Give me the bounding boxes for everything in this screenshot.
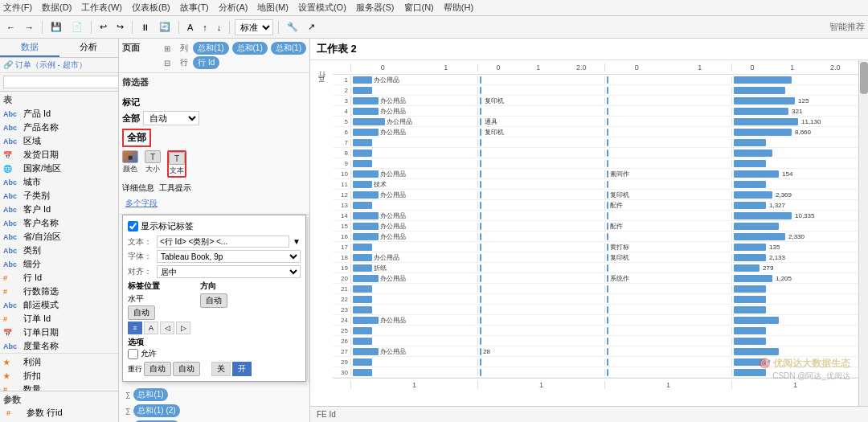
scroll-thumb[interactable] bbox=[860, 62, 868, 94]
field-region[interactable]: Abc区域 bbox=[0, 134, 118, 148]
bar-section bbox=[477, 233, 604, 240]
menu-analysis[interactable]: 分析(A) bbox=[219, 2, 248, 14]
close-toggle[interactable]: 关 bbox=[211, 362, 231, 376]
field-measure-name[interactable]: Abc度量名称 bbox=[0, 339, 118, 353]
align-left-btn[interactable]: A bbox=[144, 322, 158, 334]
back-button[interactable]: ← bbox=[3, 21, 18, 34]
forward-button[interactable]: → bbox=[22, 21, 37, 34]
marks-type-select[interactable]: 自动 bbox=[143, 111, 199, 125]
field-order-date[interactable]: 📅订单日期 bbox=[0, 326, 118, 339]
col-pill-2[interactable]: 总和(1) bbox=[232, 42, 268, 55]
field-row-filter[interactable]: #行数筛选 bbox=[0, 285, 118, 298]
marks-all-box[interactable]: 全部 bbox=[122, 129, 151, 147]
open-toggle[interactable]: 开 bbox=[232, 362, 252, 376]
measure-sum-2[interactable]: ∑ 总和(1) (2) bbox=[122, 403, 306, 419]
bar-fill bbox=[607, 97, 608, 104]
col-pill-1[interactable]: 总和(1) bbox=[193, 42, 228, 55]
multi-field-label[interactable]: 多个字段 bbox=[125, 199, 158, 207]
field-product-name[interactable]: Abc产品名称 bbox=[0, 121, 118, 134]
redo-button[interactable]: ↪ bbox=[113, 20, 127, 34]
field-city[interactable]: Abc城市 bbox=[0, 175, 118, 189]
field-province[interactable]: Abc省/自治区 bbox=[0, 230, 118, 244]
search-input[interactable] bbox=[3, 76, 119, 88]
menu-file[interactable]: 文件(F) bbox=[3, 2, 32, 14]
field-ship-date[interactable]: 📅发货日期 bbox=[0, 148, 118, 162]
align-justify-btn[interactable]: ▷ bbox=[176, 322, 190, 334]
right-scrollbar[interactable] bbox=[858, 60, 868, 406]
menu-help[interactable]: 帮助(H) bbox=[444, 2, 473, 14]
pause-button[interactable]: ⏸ bbox=[137, 21, 153, 34]
fix-button[interactable]: 🔧 bbox=[284, 20, 301, 34]
align-select[interactable]: 居中 bbox=[157, 265, 301, 278]
bar-fill bbox=[480, 317, 481, 324]
sort-desc-button[interactable]: ↓ bbox=[214, 21, 225, 34]
undo-button[interactable]: ↩ bbox=[96, 20, 110, 34]
save-button[interactable]: 💾 bbox=[47, 20, 65, 34]
field-discount[interactable]: ★折扣 bbox=[0, 369, 118, 383]
field-order-id[interactable]: #订单 Id bbox=[0, 312, 118, 326]
field-category[interactable]: Abc类别 bbox=[0, 244, 118, 257]
sort-asc-button[interactable]: ↑ bbox=[199, 21, 211, 34]
refresh-button[interactable]: 🔄 bbox=[156, 20, 174, 34]
dir-auto-btn[interactable]: 自动 bbox=[200, 293, 227, 308]
tab-analysis[interactable]: 分析 bbox=[59, 39, 119, 57]
menu-dashboard[interactable]: 仪表板(B) bbox=[132, 2, 170, 14]
pos-title: 标签位置 bbox=[128, 281, 190, 292]
marks-text-btn[interactable]: T 文本 bbox=[167, 150, 186, 178]
marks-size-btn[interactable]: T 大小 bbox=[145, 150, 161, 178]
font-select[interactable]: Tableau Book, 9p bbox=[157, 250, 301, 263]
field-country[interactable]: 🌐国家/地区 bbox=[0, 162, 118, 175]
show-label-checkbox[interactable] bbox=[128, 221, 138, 231]
menu-server[interactable]: 服务器(S) bbox=[356, 2, 395, 14]
chart-viz[interactable]: 01 012.0 01 012.0 1办公用品23办公用品复印机125 bbox=[333, 60, 858, 406]
field-segment[interactable]: Abc细分 bbox=[0, 257, 118, 271]
data-source-label[interactable]: 🔗 订单（示例 - 超市） bbox=[0, 58, 118, 73]
field-quantity[interactable]: #数量 bbox=[0, 383, 118, 391]
field-row-id[interactable]: #行 Id bbox=[0, 271, 118, 285]
edit-text-btn[interactable]: ▼ bbox=[293, 237, 301, 246]
menu-window[interactable]: 窗口(N) bbox=[404, 2, 434, 14]
align-center-btn[interactable]: ≡ bbox=[128, 322, 142, 334]
measure-sum-1[interactable]: ∑ 总和(1) bbox=[122, 387, 306, 403]
field-product-id[interactable]: Abc产品 Id bbox=[0, 107, 118, 121]
bar-fill bbox=[353, 87, 372, 94]
rows-label: 行 bbox=[180, 57, 188, 68]
share-button[interactable]: ↗ bbox=[305, 20, 318, 34]
field-subcategory[interactable]: Abc子类别 bbox=[0, 189, 118, 203]
menu-map[interactable]: 地图(M) bbox=[257, 2, 289, 14]
bar-section bbox=[604, 317, 731, 324]
field-ship-mode[interactable]: Abc邮运模式 bbox=[0, 298, 118, 312]
field-profit[interactable]: ★利润 bbox=[0, 355, 118, 369]
measure-sum-3[interactable]: ∑ 总和(1) (3) bbox=[122, 419, 306, 422]
field-type-abc: Abc bbox=[3, 110, 21, 118]
new-button[interactable]: 📄 bbox=[68, 20, 86, 34]
text-input[interactable] bbox=[157, 236, 289, 248]
overlap-checkbox[interactable] bbox=[128, 349, 138, 359]
tab-data[interactable]: 数据 bbox=[0, 39, 59, 57]
bar-fill bbox=[353, 181, 372, 188]
h-auto-btn[interactable]: 自动 bbox=[128, 305, 155, 320]
row-pill-1[interactable]: 行 Id bbox=[193, 56, 219, 69]
highlight-button[interactable]: A bbox=[184, 21, 196, 34]
menu-settings[interactable]: 设置模式(O) bbox=[298, 2, 346, 14]
menu-story[interactable]: 故事(T) bbox=[180, 2, 209, 14]
view-select[interactable]: 标准 bbox=[235, 19, 273, 35]
bar-section bbox=[477, 181, 604, 188]
auto-btn-1[interactable]: 自动 bbox=[144, 362, 171, 376]
auto-btn-2[interactable]: 自动 bbox=[173, 362, 200, 376]
field-customer-name[interactable]: Abc客户名称 bbox=[0, 216, 118, 230]
menu-data[interactable]: 数据(D) bbox=[42, 2, 72, 14]
detail-label: 详细信息 bbox=[122, 182, 154, 194]
menu-worksheet[interactable]: 工作表(W) bbox=[81, 2, 122, 14]
col-pill-3[interactable]: 总和(1) bbox=[271, 42, 306, 55]
value-label: 279 bbox=[763, 264, 773, 272]
marks-color-btn[interactable]: ■ 颜色 bbox=[122, 150, 138, 178]
field-customer-id[interactable]: Abc客户 Id bbox=[0, 203, 118, 216]
field-param-row-id[interactable]: #参数 行id bbox=[3, 406, 115, 420]
align-row: 对齐： 居中 bbox=[128, 265, 301, 278]
bar-fill bbox=[734, 264, 760, 272]
bar-fill bbox=[734, 76, 792, 84]
bar-section bbox=[731, 160, 858, 167]
align-right-btn[interactable]: ◁ bbox=[160, 322, 174, 334]
bar-section: 折纸 bbox=[350, 264, 477, 272]
